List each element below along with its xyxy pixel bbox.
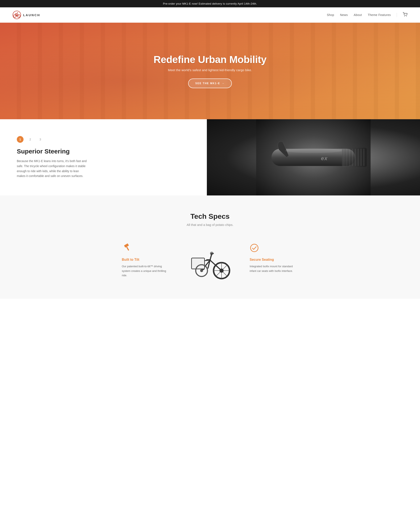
tech-specs-title: Tech Specs (13, 212, 407, 220)
tech-spec-tilt-desc: Our patented built-to-tilt™ driving syst… (122, 264, 168, 278)
svg-point-11 (404, 16, 405, 17)
navigation: Shop News About Theme Features (327, 12, 407, 18)
hero-subtitle: Meet the world's safest and lightest kid… (154, 68, 266, 72)
svg-line-36 (223, 265, 227, 269)
feature-section: 1 2 3 Superior Steering Because the MK1-… (0, 119, 420, 195)
hero-title: Redefine Urban Mobility (154, 54, 266, 65)
svg-line-37 (216, 272, 220, 276)
logo-text: LAUNCH (23, 13, 40, 17)
step-indicators: 1 2 3 (17, 136, 194, 143)
hero-cta-arrow: → (222, 82, 225, 85)
svg-text:ex: ex (321, 155, 328, 161)
svg-line-8 (16, 14, 16, 14)
feature-description: Because the MK1-E leans into turns, it's… (17, 159, 88, 179)
tech-spec-seating-name: Secure Seating (250, 258, 298, 262)
tech-spec-seating: Secure Seating Integrated Isofix mount f… (243, 239, 305, 277)
svg-rect-15 (342, 148, 367, 167)
logo-bicycle-icon (13, 11, 21, 19)
tech-spec-bike-image (177, 239, 243, 281)
hero-cta-label: SEE THE MK1-E (195, 82, 220, 85)
step-3[interactable]: 3 (37, 136, 44, 143)
cart-button[interactable] (403, 12, 407, 18)
logo-area[interactable]: LAUNCH (13, 11, 40, 19)
svg-point-10 (16, 15, 18, 16)
nav-divider (397, 13, 397, 17)
tech-specs-subtitle: All that and a bag of potato chips. (13, 223, 407, 227)
svg-line-6 (17, 13, 18, 13)
handlebar-image: ex (207, 119, 420, 195)
tech-spec-tilt-name: Built to Tilt (122, 258, 170, 262)
handlebar-svg: ex (207, 119, 420, 195)
svg-point-51 (251, 244, 258, 252)
announcement-bar: Pre-order your MK1-E now! Estimated deli… (0, 0, 420, 7)
svg-line-38 (210, 260, 222, 271)
tech-specs-section: Tech Specs All that and a bag of potato … (0, 195, 420, 298)
nav-news[interactable]: News (340, 13, 348, 17)
svg-line-35 (223, 272, 227, 276)
svg-rect-45 (192, 258, 205, 269)
tech-spec-seating-desc: Integrated Isofix mount for standard inf… (250, 264, 296, 273)
feature-title: Superior Steering (17, 148, 194, 155)
header: LAUNCH Shop News About Theme Features (0, 7, 420, 23)
feature-left-content: 1 2 3 Superior Steering Because the MK1-… (0, 119, 207, 195)
svg-point-49 (210, 252, 213, 255)
hero-content: Redefine Urban Mobility Meet the world's… (149, 54, 271, 88)
svg-point-48 (200, 269, 203, 272)
svg-point-25 (285, 148, 342, 153)
hero-cta-button[interactable]: SEE THE MK1-E → (188, 79, 232, 88)
nav-shop[interactable]: Shop (327, 13, 334, 17)
tech-specs-grid: Built to Tilt Our patented built-to-tilt… (115, 239, 305, 282)
tech-spec-tilt: Built to Tilt Our patented built-to-tilt… (115, 239, 177, 282)
nav-about[interactable]: About (354, 13, 362, 17)
bike-svg (189, 239, 231, 281)
check-circle-icon (250, 243, 298, 254)
step-2[interactable]: 2 (27, 136, 34, 143)
nav-theme-features[interactable]: Theme Features (368, 13, 391, 17)
svg-rect-27 (126, 247, 129, 251)
cart-icon (403, 12, 407, 17)
feature-image: ex (207, 119, 420, 195)
hammer-icon (122, 243, 170, 254)
svg-point-12 (406, 16, 407, 17)
hero-section: Redefine Urban Mobility Meet the world's… (0, 23, 420, 119)
announcement-text: Pre-order your MK1-E now! Estimated deli… (163, 2, 257, 5)
step-1[interactable]: 1 (17, 136, 24, 143)
